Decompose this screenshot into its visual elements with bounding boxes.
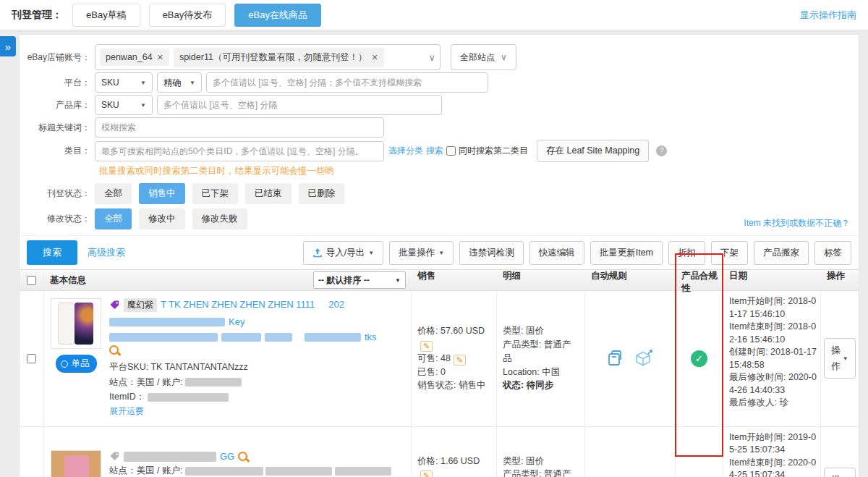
select-all-checkbox[interactable] (27, 276, 36, 285)
delist-button[interactable]: 下架 (711, 241, 748, 265)
product-label: 产品库： (20, 99, 95, 111)
table-row: 单品 GG 站点：美国 / 账户: ItemID： 展开运费 (20, 427, 859, 477)
redacted-item-id (148, 393, 229, 402)
platform-sku-line: 平台SKU: TK TANTANTANTANzzz (109, 360, 405, 375)
listing-status-label: 刊登状态： (20, 187, 95, 200)
advanced-search-link[interactable]: 高级搜索 (88, 246, 125, 259)
header-sales: 销售 (412, 270, 497, 290)
quick-edit-button[interactable]: 快速编辑 (529, 241, 584, 265)
platform-sku-value: TK TANTANTANTANzzz (150, 362, 247, 372)
match-mode-select[interactable]: 精确▼ (157, 72, 202, 93)
product-field-select[interactable]: SKU▼ (95, 95, 153, 115)
product-sku-input[interactable] (157, 95, 442, 115)
category-label: 类目： (20, 145, 95, 157)
batch-operations-label: 批量操作 (399, 247, 435, 259)
product-move-button[interactable]: 产品搬家 (754, 241, 809, 265)
search-magnifier-icon[interactable] (238, 452, 247, 461)
listing-status-delisted[interactable]: 已下架 (192, 183, 239, 204)
import-export-button[interactable]: 导入/导出 ▼ (303, 241, 383, 265)
help-icon[interactable]: ? (656, 145, 667, 156)
item-title-link[interactable]: T TK ZHEN ZHEN ZHEN ZHEN 1111 (161, 298, 315, 311)
category-search-link[interactable]: 搜索 (426, 145, 443, 157)
title-fragment[interactable]: tks (365, 331, 377, 344)
title-keyword-label: 标题关键词： (20, 122, 95, 134)
category-input[interactable] (95, 141, 384, 161)
site-select[interactable]: 全部站点 ∨ (451, 44, 516, 70)
listing-status-deleted[interactable]: 已删除 (299, 183, 345, 204)
table-row: 单品 魔幻紫 T TK ZHEN ZHEN ZHEN ZHEN 1111 202… (20, 291, 859, 427)
discount-button[interactable]: 折扣 (668, 241, 705, 265)
row-checkbox[interactable] (27, 354, 36, 363)
platform-field-select[interactable]: SKU▼ (95, 72, 153, 93)
listing-status-ended[interactable]: 已结束 (245, 183, 292, 204)
title-fragment[interactable]: GG (220, 450, 234, 463)
copy-rule-icon[interactable] (606, 349, 625, 368)
product-image[interactable] (51, 298, 101, 349)
search-button[interactable]: 搜索 (27, 240, 77, 265)
listing-status-selling[interactable]: 销售中 (139, 183, 185, 204)
tab-ebay-pending[interactable]: eBay待发布 (149, 4, 226, 27)
single-item-badge[interactable]: 单品 (56, 355, 97, 373)
batch-update-item-button[interactable]: 批量更新Item (590, 241, 663, 265)
caret-down-icon: ▼ (140, 102, 146, 109)
header-date: 日期 (723, 270, 821, 290)
account-tag: spider11（可用刊登数量有限，勿随意刊登！） ✕ (174, 48, 384, 67)
listing-status-all[interactable]: 全部 (95, 183, 132, 204)
second-category-label: 同时搜索第二类目 (459, 145, 528, 157)
tab-ebay-draft[interactable]: eBay草稿 (72, 4, 140, 27)
edit-quantity-icon[interactable]: ✎ (454, 355, 466, 366)
location-value: 中国 (542, 367, 560, 377)
leaf-site-mapping-button[interactable]: 存在 Leaf Site Mapping (537, 140, 649, 162)
available-value: 48 (441, 353, 451, 363)
edit-price-icon[interactable]: ✎ (420, 341, 433, 352)
second-category-checkbox[interactable] (446, 146, 456, 156)
caret-down-icon: ▼ (368, 250, 374, 256)
row-checkbox-cell (20, 427, 44, 477)
price-value: 57.60 USD (441, 326, 485, 336)
banned-words-check-button[interactable]: 违禁词检测 (459, 241, 524, 265)
sort-select[interactable]: -- 默认排序 -- ▼ (313, 271, 406, 289)
type-value: 固价 (526, 456, 544, 466)
select-category-link[interactable]: 选择分类 (388, 145, 423, 157)
single-item-label: 单品 (72, 358, 90, 370)
product-select-value: SKU (101, 100, 119, 110)
edit-price-icon[interactable]: ✎ (420, 470, 433, 477)
expand-shipping-link[interactable]: 展开运费 (109, 406, 144, 416)
basic-info-cell: 单品 GG 站点：美国 / 账户: ItemID： 展开运费 (44, 427, 412, 477)
remove-tag-icon[interactable]: ✕ (371, 53, 378, 62)
type-value: 固价 (526, 326, 544, 336)
caret-down-icon: ▼ (140, 80, 146, 86)
item-not-found-link[interactable]: Item 未找到或数据不正确？ (744, 217, 850, 229)
chevron-down-icon[interactable]: ∨ (428, 52, 435, 63)
account-tag-label: penwan_64 (106, 52, 153, 62)
row-action-button[interactable]: 操作 ▼ (824, 338, 856, 379)
title-fragment[interactable]: Key (229, 316, 244, 329)
date-cell: Item开始时间: 2019-05-25 15:07:34 Item结束时间: … (723, 427, 821, 477)
batch-operations-button[interactable]: 批量操作 ▼ (389, 241, 454, 265)
date-line: Item结束时间: 2020-04-25 15:07:34 (729, 457, 817, 477)
box-rule-icon[interactable] (634, 349, 654, 368)
auto-rules-cell (585, 427, 676, 477)
title-fragment[interactable]: 202 (328, 298, 344, 311)
title-keyword-input[interactable] (95, 117, 384, 138)
product-image[interactable] (51, 450, 101, 477)
modify-status-failed[interactable]: 修改失败 (192, 208, 247, 229)
page-title: 刊登管理： (12, 9, 62, 22)
category-extras: 选择分类 搜索 同时搜索第二类目 存在 Leaf Site Mapping ? (388, 140, 667, 162)
import-export-icon (312, 248, 323, 258)
modify-status-modifying[interactable]: 修改中 (139, 208, 185, 229)
account-filter-row: eBay店铺账号： penwan_64 ✕ spider11（可用刊登数量有限，… (20, 44, 859, 70)
search-magnifier-icon[interactable] (109, 345, 119, 355)
auto-rules-cell (585, 291, 676, 426)
category-filter-row: 类目： 选择分类 搜索 同时搜索第二类目 存在 Leaf Site Mappin… (20, 140, 859, 162)
remove-tag-icon[interactable]: ✕ (157, 53, 163, 62)
row-action-button[interactable]: 操作 ▼ (824, 468, 856, 477)
tab-ebay-online[interactable]: eBay在线商品 (234, 4, 321, 27)
modify-status-all[interactable]: 全部 (95, 208, 132, 229)
sidebar-expand-button[interactable]: » (0, 36, 16, 56)
platform-sku-input[interactable] (206, 72, 488, 93)
account-multiselect[interactable]: penwan_64 ✕ spider11（可用刊登数量有限，勿随意刊登！） ✕ … (95, 44, 441, 70)
show-guide-link[interactable]: 显示操作指南 (800, 9, 856, 22)
content-panel: eBay店铺账号： penwan_64 ✕ spider11（可用刊登数量有限，… (19, 34, 859, 473)
tag-button[interactable]: 标签 (814, 241, 851, 265)
